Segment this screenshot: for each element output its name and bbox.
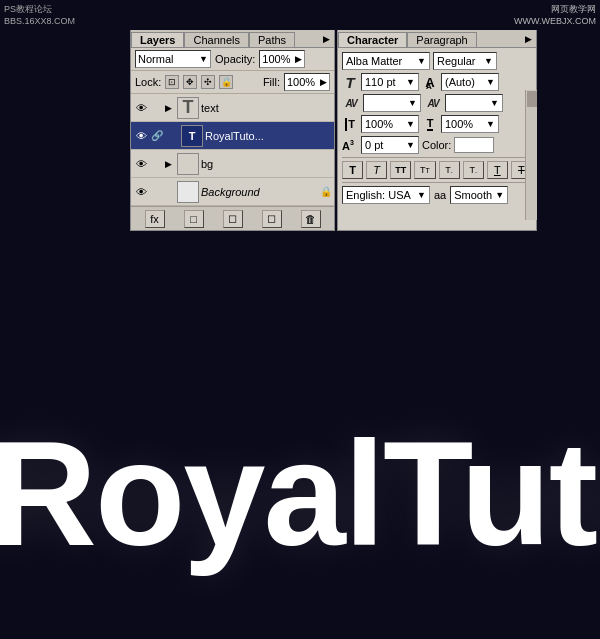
font-family-select[interactable]: Alba Matter ▼ — [342, 52, 430, 70]
panels-area: Layers Channels Paths ▶ Normal ▼ Opacity… — [130, 30, 537, 231]
baseline-color-row: A3 0 pt ▼ Color: — [342, 136, 532, 154]
subscript-btn[interactable]: T. — [463, 161, 484, 179]
layer-link — [151, 184, 163, 200]
layer-link: 🔗 — [151, 128, 163, 144]
kerning-icon: AV — [342, 98, 360, 109]
antialiasing-select[interactable]: Smooth ▼ — [450, 186, 508, 204]
tracking-icon: AV — [424, 98, 442, 109]
layer-visibility-toggle[interactable]: 👁 — [133, 156, 149, 172]
tab-channels[interactable]: Channels — [184, 32, 248, 47]
scale-v-icon: T — [342, 118, 358, 131]
expand-arrow[interactable]: ▶ — [165, 159, 175, 169]
layer-list: 👁 ▶ T text 👁 🔗 T RoyalTuto... 👁 ▶ bg — [131, 94, 334, 206]
blend-mode-select[interactable]: Normal ▼ — [135, 50, 211, 68]
layer-visibility-toggle[interactable]: 👁 — [133, 184, 149, 200]
bold-btn[interactable]: T — [342, 161, 363, 179]
new-group-button[interactable]: ◻ — [223, 210, 243, 228]
language-select[interactable]: English: USA ▼ — [342, 186, 430, 204]
allcaps-btn[interactable]: TT — [390, 161, 411, 179]
scale-row: T 100% ▼ T 100% ▼ — [342, 115, 532, 133]
smallcaps-btn[interactable]: TT — [414, 161, 435, 179]
fill-select[interactable]: 100% ▶ — [284, 73, 330, 91]
layer-item[interactable]: 👁 ▶ T text — [131, 94, 334, 122]
divider2 — [342, 182, 532, 183]
layer-item[interactable]: 👁 ▶ bg — [131, 150, 334, 178]
italic-btn[interactable]: T — [366, 161, 387, 179]
scale-v-select[interactable]: 100% ▼ — [441, 115, 499, 133]
delete-layer-button[interactable]: 🗑 — [301, 210, 321, 228]
layer-link — [151, 156, 163, 172]
add-style-button[interactable]: fx — [145, 210, 165, 228]
watermark-tl: PS教程论坛 BBS.16XX8.COM — [4, 4, 75, 27]
tab-character[interactable]: Character — [338, 32, 407, 47]
big-text-display: RoyalTutorial — [0, 409, 600, 579]
layer-item[interactable]: 👁 🔗 T RoyalTuto... — [131, 122, 334, 150]
layer-visibility-toggle[interactable]: 👁 — [133, 100, 149, 116]
underline-btn[interactable]: T — [487, 161, 508, 179]
layer-lock-badge: 🔒 — [320, 186, 332, 197]
layer-name: bg — [201, 158, 332, 170]
tracking-select[interactable]: ▼ — [445, 94, 503, 112]
layer-link — [151, 100, 163, 116]
layer-thumbnail — [177, 181, 199, 203]
tab-paths[interactable]: Paths — [249, 32, 295, 47]
leading-select[interactable]: (Auto) ▼ — [441, 73, 499, 91]
layers-panel: Layers Channels Paths ▶ Normal ▼ Opacity… — [130, 30, 335, 231]
size-leading-row: T 110 pt ▼ A A (Auto) ▼ — [342, 73, 532, 91]
layer-name: RoyalTuto... — [205, 130, 332, 142]
layer-visibility-toggle[interactable]: 👁 — [133, 128, 149, 144]
character-panel: Character Paragraph ▶ Alba Matter ▼ Regu… — [337, 30, 537, 231]
new-layer-button[interactable]: ◻ — [262, 210, 282, 228]
antialiasing-label: aa — [434, 189, 446, 201]
character-menu-icon[interactable]: ▶ — [522, 33, 534, 45]
blend-mode-row: Normal ▼ Opacity: 100% ▶ — [131, 48, 334, 71]
fill-label: Fill: — [263, 76, 280, 88]
layer-thumbnail: T — [181, 125, 203, 147]
opacity-select[interactable]: 100% ▶ — [259, 50, 305, 68]
font-row: Alba Matter ▼ Regular ▼ — [342, 52, 532, 70]
opacity-label: Opacity: — [215, 53, 255, 65]
layer-name: text — [201, 102, 332, 114]
font-style-select[interactable]: Regular ▼ — [433, 52, 497, 70]
expand-arrow[interactable]: ▶ — [165, 103, 175, 113]
layers-menu-icon[interactable]: ▶ — [320, 33, 332, 45]
color-label: Color: — [422, 139, 451, 151]
kerning-tracking-row: AV ▼ AV ▼ — [342, 94, 532, 112]
lock-position-btn[interactable]: ✣ — [201, 75, 215, 89]
tab-layers[interactable]: Layers — [131, 32, 184, 47]
add-mask-button[interactable]: □ — [184, 210, 204, 228]
layer-thumbnail: T — [177, 97, 199, 119]
scale-h-icon: T — [422, 117, 438, 131]
lang-antialiasing-row: English: USA ▼ aa Smooth ▼ — [342, 186, 532, 204]
lock-transparent-btn[interactable]: ⊡ — [165, 75, 179, 89]
watermark-tr: 网页教学网 WWW.WEBJX.COM — [514, 4, 596, 27]
layer-name: Background — [201, 186, 318, 198]
font-size-icon: T — [342, 74, 358, 91]
layer-thumbnail — [177, 153, 199, 175]
baseline-select[interactable]: 0 pt ▼ — [361, 136, 419, 154]
lock-label: Lock: — [135, 76, 161, 88]
layer-item[interactable]: 👁 Background 🔒 — [131, 178, 334, 206]
superscript-btn[interactable]: T. — [439, 161, 460, 179]
lock-row: Lock: ⊡ ✥ ✣ 🔒 Fill: 100% ▶ — [131, 71, 334, 94]
baseline-icon: A3 — [342, 139, 358, 152]
scale-h-select[interactable]: 100% ▼ — [361, 115, 419, 133]
color-swatch[interactable] — [454, 137, 494, 153]
character-body: Alba Matter ▼ Regular ▼ T 110 pt ▼ A A — [338, 48, 536, 208]
divider — [342, 157, 532, 158]
font-size-select[interactable]: 110 pt ▼ — [361, 73, 419, 91]
lock-all-btn[interactable]: 🔒 — [219, 75, 233, 89]
format-buttons-row: T T TT TT T. T. T T — [342, 161, 532, 179]
leading-icon: A A — [422, 76, 438, 89]
kerning-select[interactable]: ▼ — [363, 94, 421, 112]
layers-toolbar: fx □ ◻ ◻ 🗑 — [131, 206, 334, 230]
tab-paragraph[interactable]: Paragraph — [407, 32, 476, 47]
lock-image-btn[interactable]: ✥ — [183, 75, 197, 89]
